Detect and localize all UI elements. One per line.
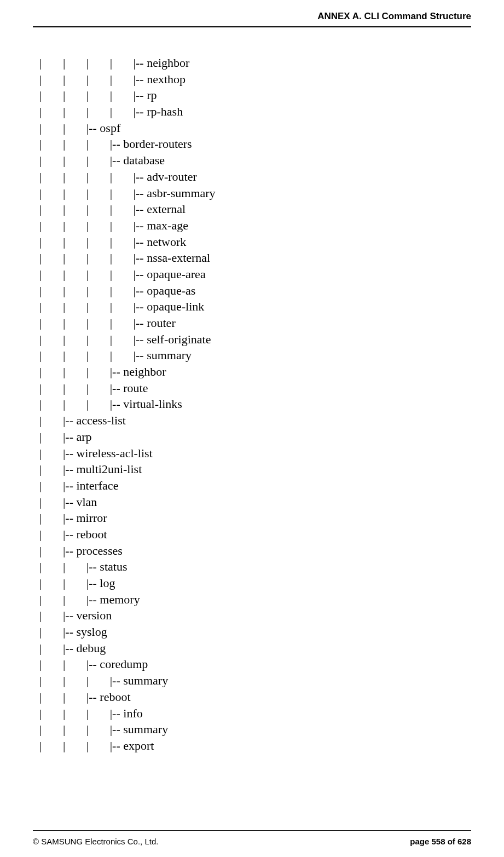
cli-tree-line: | | | | |-- external bbox=[39, 201, 471, 217]
cli-tree-line: | | |-- ospf bbox=[39, 120, 471, 136]
cli-tree-line: | | | | |-- summary bbox=[39, 347, 471, 364]
page-footer: © SAMSUNG Electronics Co., Ltd. page 558… bbox=[33, 837, 471, 846]
cli-tree-line: | | | |-- border-routers bbox=[39, 136, 471, 152]
cli-tree-line: | | |-- reboot bbox=[39, 689, 471, 705]
footer-copyright: © SAMSUNG Electronics Co., Ltd. bbox=[33, 837, 158, 846]
cli-tree-line: | |-- arp bbox=[39, 429, 471, 445]
cli-tree-line: | | |-- memory bbox=[39, 591, 471, 608]
cli-tree-line: | |-- access-list bbox=[39, 412, 471, 429]
cli-tree-line: | |-- vlan bbox=[39, 494, 471, 510]
cli-tree-line: | | | |-- database bbox=[39, 152, 471, 169]
header-title: ANNEX A. CLI Command Structure bbox=[317, 11, 471, 21]
cli-tree-line: | |-- syslog bbox=[39, 624, 471, 640]
cli-tree-line: | | |-- status bbox=[39, 559, 471, 575]
cli-tree-line: | | | |-- summary bbox=[39, 721, 471, 738]
cli-tree-line: | | | | |-- max-age bbox=[39, 217, 471, 234]
cli-tree-line: | |-- mirror bbox=[39, 510, 471, 526]
cli-tree-line: | | | | |-- opaque-area bbox=[39, 266, 471, 283]
header-rule bbox=[33, 26, 471, 27]
cli-tree-line: | | | |-- info bbox=[39, 705, 471, 722]
cli-tree-line: | | | |-- virtual-links bbox=[39, 396, 471, 412]
cli-tree-line: | | | | |-- router bbox=[39, 315, 471, 331]
cli-tree-content: | | | | |-- neighbor| | | | |-- nexthop|… bbox=[39, 55, 471, 754]
page-header: ANNEX A. CLI Command Structure bbox=[0, 11, 471, 22]
cli-tree-line: | |-- debug bbox=[39, 640, 471, 657]
cli-tree-line: | | | | |-- opaque-link bbox=[39, 298, 471, 315]
cli-tree-line: | |-- wireless-acl-list bbox=[39, 445, 471, 462]
cli-tree-line: | | | | |-- rp-hash bbox=[39, 103, 471, 120]
cli-tree-line: | | | | |-- network bbox=[39, 234, 471, 250]
cli-tree-line: | |-- interface bbox=[39, 478, 471, 494]
cli-tree-line: | |-- reboot bbox=[39, 526, 471, 543]
cli-tree-line: | | | | |-- nssa-external bbox=[39, 250, 471, 266]
cli-tree-line: | | | | |-- opaque-as bbox=[39, 283, 471, 299]
cli-tree-line: | | | | |-- adv-router bbox=[39, 169, 471, 185]
cli-tree-line: | | | | |-- nexthop bbox=[39, 71, 471, 88]
cli-tree-line: | |-- multi2uni-list bbox=[39, 461, 471, 478]
cli-tree-line: | | | | |-- self-originate bbox=[39, 331, 471, 348]
cli-tree-line: | | | |-- route bbox=[39, 380, 471, 396]
cli-tree-line: | |-- version bbox=[39, 607, 471, 624]
cli-tree-line: | | | | |-- rp bbox=[39, 87, 471, 103]
footer-rule bbox=[33, 830, 471, 831]
page: ANNEX A. CLI Command Structure | | | | |… bbox=[0, 0, 504, 857]
cli-tree-line: | | | | |-- asbr-summary bbox=[39, 185, 471, 202]
cli-tree-line: | |-- processes bbox=[39, 543, 471, 559]
cli-tree-line: | | |-- coredump bbox=[39, 656, 471, 672]
cli-tree-line: | | | |-- summary bbox=[39, 672, 471, 689]
footer-page-number: page 558 of 628 bbox=[410, 837, 471, 846]
cli-tree-line: | | | | |-- neighbor bbox=[39, 55, 471, 71]
cli-tree-line: | | | |-- export bbox=[39, 738, 471, 754]
cli-tree-line: | | |-- log bbox=[39, 575, 471, 591]
cli-tree-line: | | | |-- neighbor bbox=[39, 364, 471, 380]
